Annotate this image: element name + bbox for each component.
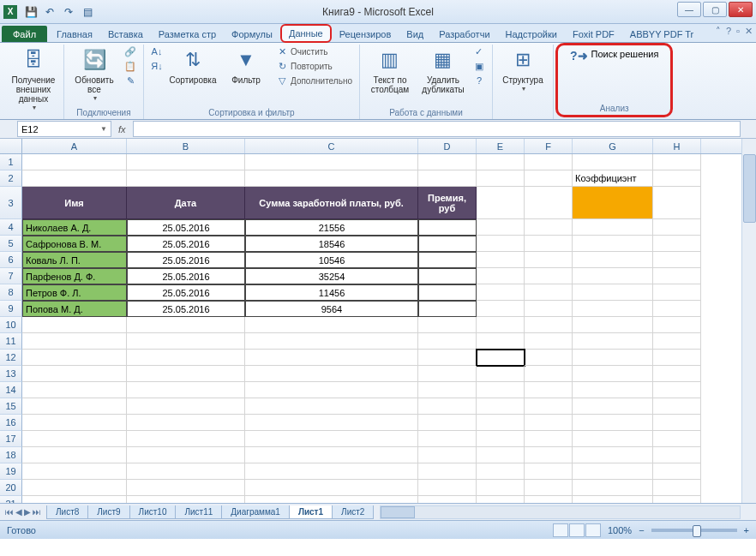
cell[interactable] <box>653 463 701 480</box>
col-header[interactable]: B <box>127 139 245 153</box>
cell[interactable] <box>418 252 477 268</box>
sheet-tab[interactable]: Лист1 <box>289 505 333 519</box>
row-header[interactable]: 19 <box>0 463 22 480</box>
cell[interactable] <box>653 333 701 350</box>
cell[interactable] <box>418 284 477 301</box>
cell[interactable] <box>573 252 653 268</box>
zoom-in-button[interactable]: + <box>744 525 749 535</box>
row-header[interactable]: 5 <box>0 236 22 252</box>
cell[interactable] <box>127 463 245 480</box>
cell[interactable]: 35254 <box>245 268 418 284</box>
cell[interactable] <box>525 170 573 187</box>
cell[interactable] <box>245 333 418 350</box>
sheet-nav-next-icon[interactable]: ▶ <box>24 507 31 517</box>
cell[interactable] <box>525 284 573 301</box>
normal-view-button[interactable] <box>553 523 568 537</box>
cell[interactable] <box>477 187 525 219</box>
cell[interactable]: 25.05.2016 <box>127 236 245 252</box>
cell[interactable] <box>477 219 525 236</box>
cell[interactable] <box>573 496 653 503</box>
tab-foxit[interactable]: Foxit PDF <box>565 26 622 42</box>
cell[interactable]: 21556 <box>245 219 418 236</box>
cell[interactable] <box>477 398 525 415</box>
mdi-close-icon[interactable]: ✕ <box>745 26 753 37</box>
help-icon[interactable]: ? <box>726 26 731 37</box>
cell[interactable] <box>477 170 525 187</box>
col-header[interactable]: A <box>22 139 127 153</box>
cell[interactable] <box>653 496 701 503</box>
row-header[interactable]: 17 <box>0 431 22 447</box>
row-header[interactable]: 7 <box>0 268 22 284</box>
close-button[interactable]: ✕ <box>729 2 753 17</box>
cell[interactable] <box>477 447 525 463</box>
maximize-button[interactable]: ▢ <box>703 2 727 17</box>
cell[interactable] <box>418 170 477 187</box>
cell[interactable] <box>477 496 525 503</box>
row-header[interactable]: 15 <box>0 398 22 415</box>
cell[interactable] <box>573 317 653 333</box>
worksheet-grid[interactable]: A B C D E F G H 12Коэффициэнт3ИмяДатаСум… <box>0 139 756 503</box>
properties-button[interactable]: 📋 <box>123 59 138 73</box>
cell[interactable] <box>525 219 573 236</box>
cell[interactable] <box>22 463 127 480</box>
cell[interactable] <box>22 496 127 503</box>
cell[interactable] <box>653 187 701 219</box>
tab-addins[interactable]: Надстройки <box>498 26 565 42</box>
row-header[interactable]: 4 <box>0 219 22 236</box>
cell[interactable] <box>573 301 653 317</box>
sheet-tab[interactable]: Лист2 <box>332 505 374 519</box>
cell[interactable] <box>127 350 245 366</box>
cell[interactable] <box>573 350 653 366</box>
cell[interactable] <box>245 170 418 187</box>
cell[interactable] <box>127 366 245 382</box>
row-header[interactable]: 13 <box>0 366 22 382</box>
cell[interactable] <box>525 366 573 382</box>
cell[interactable] <box>477 463 525 480</box>
cell[interactable] <box>525 187 573 219</box>
cell[interactable] <box>127 333 245 350</box>
cell[interactable]: Премия, руб <box>418 187 477 219</box>
tab-home[interactable]: Главная <box>49 26 100 42</box>
row-header[interactable]: 9 <box>0 301 22 317</box>
sort-asc-button[interactable]: A↓ <box>149 45 165 58</box>
cell[interactable] <box>653 350 701 366</box>
cell[interactable] <box>573 431 653 447</box>
sheet-nav-first-icon[interactable]: ⏮ <box>5 507 14 517</box>
row-header[interactable]: 2 <box>0 170 22 187</box>
cell[interactable] <box>573 382 653 398</box>
cell[interactable] <box>525 398 573 415</box>
cell[interactable] <box>653 284 701 301</box>
tab-developer[interactable]: Разработчи <box>431 26 497 42</box>
sheet-nav-last-icon[interactable]: ⏭ <box>33 507 41 517</box>
cell[interactable] <box>245 496 418 503</box>
cell[interactable]: 25.05.2016 <box>127 284 245 301</box>
cell[interactable] <box>418 480 477 496</box>
cell[interactable] <box>653 480 701 496</box>
cell[interactable] <box>653 382 701 398</box>
cell[interactable] <box>127 496 245 503</box>
sort-desc-button[interactable]: Я↓ <box>149 59 165 73</box>
cell[interactable] <box>477 154 525 170</box>
cell[interactable]: Имя <box>22 187 127 219</box>
cell[interactable] <box>418 333 477 350</box>
row-header[interactable]: 6 <box>0 252 22 268</box>
zoom-slider[interactable] <box>651 529 737 532</box>
cell[interactable] <box>525 333 573 350</box>
cell[interactable] <box>127 398 245 415</box>
cell[interactable] <box>22 333 127 350</box>
cell[interactable] <box>418 447 477 463</box>
cell[interactable] <box>418 496 477 503</box>
row-header[interactable]: 11 <box>0 333 22 350</box>
ribbon-minimize-icon[interactable]: ˄ <box>716 26 721 37</box>
cell[interactable] <box>573 415 653 431</box>
cell[interactable] <box>418 382 477 398</box>
page-break-view-button[interactable] <box>585 523 601 537</box>
sheet-tab[interactable]: Диаграмма1 <box>221 505 290 519</box>
cell[interactable] <box>653 447 701 463</box>
row-header[interactable]: 14 <box>0 382 22 398</box>
cell[interactable]: 25.05.2016 <box>127 268 245 284</box>
filter-button[interactable]: ▼ Фильтр <box>221 45 271 87</box>
cell[interactable] <box>22 447 127 463</box>
cell[interactable] <box>653 154 701 170</box>
cell[interactable] <box>573 333 653 350</box>
